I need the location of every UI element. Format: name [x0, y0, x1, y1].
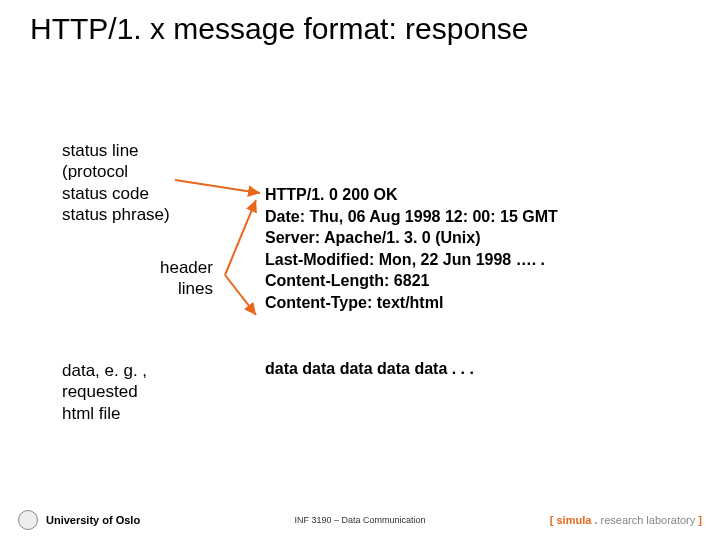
svg-line-0	[175, 180, 260, 193]
header-content-length: Content-Length: 6821	[265, 270, 558, 292]
footer-course: INF 3190 – Data Communication	[294, 515, 425, 525]
footer-simula: [ simula . research laboratory ]	[550, 514, 702, 526]
footer-left: University of Oslo	[18, 510, 140, 530]
header-server: Server: Apache/1. 3. 0 (Unix)	[265, 227, 558, 249]
page-title: HTTP/1. x message format: response	[30, 12, 529, 46]
header-content-type: Content-Type: text/html	[265, 292, 558, 314]
header-date: Date: Thu, 06 Aug 1998 12: 00: 15 GMT	[265, 206, 558, 228]
label-status-line: status line(protocolstatus codestatus ph…	[62, 140, 170, 225]
svg-line-1	[225, 200, 256, 275]
bracket-close: ]	[695, 514, 702, 526]
arrow-status-icon	[170, 175, 270, 205]
label-data: data, e. g. ,requestedhtml file	[62, 360, 147, 424]
status-line: HTTP/1. 0 200 OK	[265, 184, 558, 206]
arrow-header-icon	[220, 190, 270, 320]
footer: University of Oslo INF 3190 – Data Commu…	[0, 506, 720, 534]
simula-name: simula	[556, 514, 591, 526]
simula-rest: research laboratory	[600, 514, 695, 526]
svg-line-2	[225, 275, 256, 315]
header-last-modified: Last-Modified: Mon, 22 Jun 1998 …. .	[265, 249, 558, 271]
data-content: data data data data data . . .	[265, 360, 474, 378]
footer-university: University of Oslo	[46, 514, 140, 526]
uio-seal-icon	[18, 510, 38, 530]
label-header-lines: headerlines	[160, 257, 213, 300]
http-response-block: HTTP/1. 0 200 OK Date: Thu, 06 Aug 1998 …	[265, 184, 558, 314]
